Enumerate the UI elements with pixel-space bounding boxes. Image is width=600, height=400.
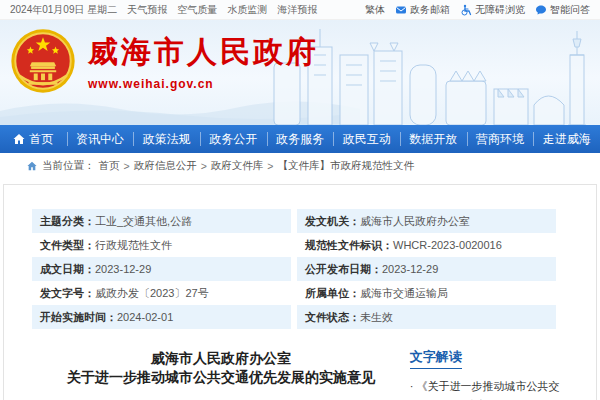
meta-value-effective-date: 2024-02-01 xyxy=(117,311,173,323)
document-title: 威海市人民政府办公室 关于进一步推动城市公共交通优先发展的实施意见 xyxy=(32,345,410,400)
lower-content: 威海市人民政府办公室 关于进一步推动城市公共交通优先发展的实施意见 文字解读 ·… xyxy=(32,345,568,400)
site-title: 威海市人民政府 xyxy=(88,32,319,73)
top-utility-bar: 2024年01月09日 星期二 天气预报 空气质量 水质监测 海洋预报 繁体 政… xyxy=(0,0,600,20)
list-item[interactable]: · 《关于进一步推动城市公共交通优先发展的实施意见》政策解读 xyxy=(410,377,568,400)
nav-item-news-center[interactable]: 资讯中心 xyxy=(67,125,134,153)
meta-label-written-date: 成文日期： xyxy=(40,263,95,275)
meta-label-topic: 主题分类： xyxy=(40,215,95,227)
meta-value-doc-number: 威政办发〔2023〕27号 xyxy=(95,287,209,299)
breadcrumb-item-info-disclosure[interactable]: 政府信息公开 xyxy=(134,159,197,173)
meta-label-issuing-agency: 发文机关： xyxy=(305,215,360,227)
meta-value-written-date: 2023-12-29 xyxy=(95,263,151,275)
meta-value-doc-status: 未生效 xyxy=(360,311,393,323)
meta-label-doc-type: 文件类型： xyxy=(40,239,95,251)
link-ocean-forecast[interactable]: 海洋预报 xyxy=(277,3,317,17)
traditional-chinese-toggle[interactable]: 繁体 xyxy=(365,3,385,17)
table-row: 主题分类：工业_交通其他,公路 发文机关：威海市人民政府办公室 xyxy=(32,209,556,233)
breadcrumb-item-home[interactable]: 首页 xyxy=(99,159,120,173)
accessibility-link[interactable]: 无障碍浏览 xyxy=(460,3,525,17)
meta-value-doc-id: WHCR-2023-0020016 xyxy=(393,239,502,251)
nav-item-gov-services[interactable]: 政务服务 xyxy=(267,125,334,153)
link-water-quality[interactable]: 水质监测 xyxy=(227,3,267,17)
policy-interpretation-link[interactable]: 《关于进一步推动城市公共交通优先发展的实施意见》政策解读 xyxy=(410,380,564,400)
link-weather-forecast[interactable]: 天气预报 xyxy=(127,3,167,17)
document-metadata-table: 主题分类：工业_交通其他,公路 发文机关：威海市人民政府办公室 文件类型：行政规… xyxy=(26,209,562,329)
document-title-line1: 威海市人民政府办公室 xyxy=(32,349,410,368)
nav-item-open-data[interactable]: 数据开放 xyxy=(400,125,467,153)
meta-label-doc-id: 规范性文件标识： xyxy=(305,239,393,251)
meta-label-publish-date: 公开发布日期： xyxy=(305,263,382,275)
topbar-right: 繁体 政务邮箱 无障碍浏览 智能问答 xyxy=(365,3,590,17)
main-navigation: 首页 资讯中心 政策法规 政务公开 政务服务 政民互动 数据开放 营商环境 走进… xyxy=(0,125,600,153)
meta-value-topic: 工业_交通其他,公路 xyxy=(95,215,192,227)
meta-value-owning-unit: 威海市交通运输局 xyxy=(360,287,448,299)
wheelchair-icon xyxy=(460,4,472,16)
meta-label-doc-number: 发文字号： xyxy=(40,287,95,299)
breadcrumb-separator: > xyxy=(124,160,130,172)
table-row: 成文日期：2023-12-29 公开发布日期：2023-12-29 xyxy=(32,257,556,281)
site-brand[interactable]: 威海市人民政府 www.weihai.gov.cn xyxy=(10,28,319,94)
breadcrumb-home-icon xyxy=(26,160,38,172)
table-row: 发文字号：威政办发〔2023〕27号 所属单位：威海市交通运输局 xyxy=(32,281,556,305)
brand-text: 威海市人民政府 www.weihai.gov.cn xyxy=(88,32,319,91)
meta-label-effective-date: 开始实施时间： xyxy=(40,311,117,323)
nav-item-gov-disclosure[interactable]: 政务公开 xyxy=(200,125,267,153)
nav-item-public-interaction[interactable]: 政民互动 xyxy=(333,125,400,153)
city-skyline-decoration xyxy=(270,25,600,125)
breadcrumb-label: 当前位置： xyxy=(42,159,95,173)
gov-mail-link[interactable]: 政务邮箱 xyxy=(395,3,450,17)
meta-value-doc-type: 行政规范性文件 xyxy=(95,239,172,251)
topbar-left: 2024年01月09日 星期二 天气预报 空气质量 水质监测 海洋预报 xyxy=(10,3,317,17)
meta-label-owning-unit: 所属单位： xyxy=(305,287,360,299)
breadcrumb-separator: > xyxy=(201,160,207,172)
smart-qa-link[interactable]: 智能问答 xyxy=(535,3,590,17)
breadcrumb-separator: > xyxy=(267,160,273,172)
mail-icon xyxy=(395,4,407,16)
nav-item-business-environment[interactable]: 营商环境 xyxy=(467,125,534,153)
link-air-quality[interactable]: 空气质量 xyxy=(177,3,217,17)
site-url: www.weihai.gov.cn xyxy=(88,77,319,91)
document-title-line2: 关于进一步推动城市公共交通优先发展的实施意见 xyxy=(32,368,410,387)
interpretation-sidebar: 文字解读 · 《关于进一步推动城市公共交通优先发展的实施意见》政策解读 xyxy=(410,345,568,400)
metadata-rows: 主题分类：工业_交通其他,公路 发文机关：威海市人民政府办公室 文件类型：行政规… xyxy=(32,209,556,329)
meta-label-doc-status: 文件状态： xyxy=(305,311,360,323)
nav-item-home[interactable]: 首页 xyxy=(0,125,67,153)
document-detail-panel: 主题分类：工业_交通其他,公路 发文机关：威海市人民政府办公室 文件类型：行政规… xyxy=(3,184,597,400)
home-icon xyxy=(13,133,25,145)
table-row: 文件类型：行政规范性文件 规范性文件标识：WHCR-2023-0020016 xyxy=(32,233,556,257)
breadcrumb-item-normative-documents[interactable]: 【文件库】市政府规范性文件 xyxy=(277,159,414,173)
nav-item-policies-laws[interactable]: 政策法规 xyxy=(133,125,200,153)
breadcrumb-item-document-library[interactable]: 政府文件库 xyxy=(211,159,264,173)
meta-value-publish-date: 2023-12-29 xyxy=(382,263,438,275)
chat-bubble-icon xyxy=(535,4,547,16)
text-interpretation-heading[interactable]: 文字解读 xyxy=(410,348,462,369)
table-row: 开始实施时间：2024-02-01 文件状态：未生效 xyxy=(32,305,556,329)
meta-value-issuing-agency: 威海市人民政府办公室 xyxy=(360,215,470,227)
national-emblem xyxy=(10,28,76,94)
nav-item-about-weihai[interactable]: 走进威海 xyxy=(533,125,600,153)
bullet: · xyxy=(410,380,414,392)
site-header: 威海市人民政府 www.weihai.gov.cn xyxy=(0,20,600,125)
current-date: 2024年01月09日 星期二 xyxy=(10,3,117,17)
breadcrumb: 当前位置： 首页 > 政府信息公开 > 政府文件库 > 【文件库】市政府规范性文… xyxy=(0,153,600,179)
